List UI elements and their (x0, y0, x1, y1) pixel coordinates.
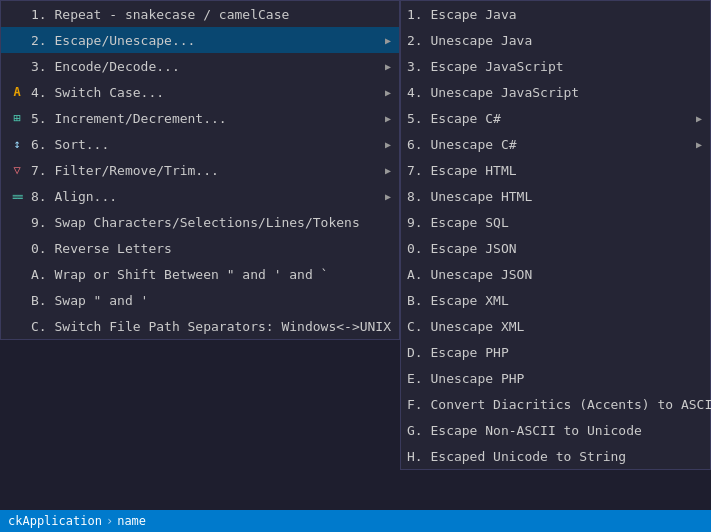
menu-item-swap[interactable]: 9. Swap Characters/Selections/Lines/Toke… (1, 209, 399, 235)
menu-item-unescapejavascript[interactable]: 4. Unescape JavaScript (401, 79, 710, 105)
menu-item-unescapexml[interactable]: C. Unescape XML (401, 313, 710, 339)
switchcase-icon: A (7, 85, 27, 99)
menu-item-unescapehtml[interactable]: 8. Unescape HTML (401, 183, 710, 209)
menu-label-increment: 5. Increment/Decrement... (31, 111, 385, 126)
encode-arrow-icon: ▶ (385, 61, 391, 72)
breadcrumb: ckApplication › name (8, 514, 146, 528)
menu-label-escapejavascript: 3. Escape JavaScript (407, 59, 702, 74)
switchcase-arrow-icon: ▶ (385, 87, 391, 98)
menu-item-unescapejava[interactable]: 2. Unescape Java (401, 27, 710, 53)
unescapecs-arrow-icon: ▶ (696, 139, 702, 150)
sort-arrow-icon: ▶ (385, 139, 391, 150)
menu-label-escape: 2. Escape/Unescape... (31, 33, 385, 48)
increment-icon: ⊞ (7, 111, 27, 125)
menu-label-escapesql: 9. Escape SQL (407, 215, 702, 230)
breadcrumb-field: name (117, 514, 146, 528)
menu-item-convertdiacritics[interactable]: F. Convert Diacritics (Accents) to ASCII (401, 391, 710, 417)
menu-item-switchcase[interactable]: A 4. Switch Case... ▶ (1, 79, 399, 105)
menu-label-unescapehtml: 8. Unescape HTML (407, 189, 702, 204)
menu-label-swapquotes: B. Swap " and ' (31, 293, 391, 308)
menu-item-unescapecs[interactable]: 6. Unescape C# ▶ (401, 131, 710, 157)
menu-item-encode[interactable]: 3. Encode/Decode... ▶ (1, 53, 399, 79)
menu-item-escapehtml[interactable]: 7. Escape HTML (401, 157, 710, 183)
menu-item-escapexml[interactable]: B. Escape XML (401, 287, 710, 313)
screen: 1. Repeat - snakecase / camelCase 2. Esc… (0, 0, 711, 532)
menu-item-wrap[interactable]: A. Wrap or Shift Between " and ' and ` (1, 261, 399, 287)
menu-label-wrap: A. Wrap or Shift Between " and ' and ` (31, 267, 391, 282)
menu-item-escape[interactable]: 2. Escape/Unescape... ▶ (1, 27, 399, 53)
menu-label-escapehtml: 7. Escape HTML (407, 163, 702, 178)
menu-label-unescapejson: A. Unescape JSON (407, 267, 702, 282)
menu-label-reverse: 0. Reverse Letters (31, 241, 391, 256)
menu-label-escapenonascii: G. Escape Non-ASCII to Unicode (407, 423, 702, 438)
menu-label-escapejava: 1. Escape Java (407, 7, 702, 22)
menu-item-escapesql[interactable]: 9. Escape SQL (401, 209, 710, 235)
menu-item-escapejavascript[interactable]: 3. Escape JavaScript (401, 53, 710, 79)
menu-label-filter: 7. Filter/Remove/Trim... (31, 163, 385, 178)
align-icon: ≡≡ (7, 191, 27, 202)
breadcrumb-app: ckApplication (8, 514, 102, 528)
menu-item-sort[interactable]: ↕ 6. Sort... ▶ (1, 131, 399, 157)
menu-item-repeat[interactable]: 1. Repeat - snakecase / camelCase (1, 1, 399, 27)
right-menu: 1. Escape Java 2. Unescape Java 3. Escap… (400, 0, 711, 470)
menu-label-swap: 9. Swap Characters/Selections/Lines/Toke… (31, 215, 391, 230)
escape-arrow-icon: ▶ (385, 35, 391, 46)
menu-label-escapedunicode: H. Escaped Unicode to String (407, 449, 702, 464)
menu-label-unescapexml: C. Unescape XML (407, 319, 702, 334)
menu-label-unescapejava: 2. Unescape Java (407, 33, 702, 48)
menu-label-switchpath: C. Switch File Path Separators: Windows<… (31, 319, 391, 334)
menu-item-escapejava[interactable]: 1. Escape Java (401, 1, 710, 27)
menu-item-escapedunicode[interactable]: H. Escaped Unicode to String (401, 443, 710, 469)
align-arrow-icon: ▶ (385, 191, 391, 202)
filter-icon: ▽ (7, 163, 27, 177)
filter-arrow-icon: ▶ (385, 165, 391, 176)
menu-item-increment[interactable]: ⊞ 5. Increment/Decrement... ▶ (1, 105, 399, 131)
menu-item-swapquotes[interactable]: B. Swap " and ' (1, 287, 399, 313)
menu-label-align: 8. Align... (31, 189, 385, 204)
menu-label-convertdiacritics: F. Convert Diacritics (Accents) to ASCII (407, 397, 711, 412)
breadcrumb-separator: › (106, 514, 113, 528)
menu-item-escapephp[interactable]: D. Escape PHP (401, 339, 710, 365)
menu-item-escapenonascii[interactable]: G. Escape Non-ASCII to Unicode (401, 417, 710, 443)
menu-label-escapecs: 5. Escape C# (407, 111, 696, 126)
menu-label-unescapejavascript: 4. Unescape JavaScript (407, 85, 702, 100)
escapecs-arrow-icon: ▶ (696, 113, 702, 124)
menu-label-escapejson: 0. Escape JSON (407, 241, 702, 256)
menu-item-unescapejson[interactable]: A. Unescape JSON (401, 261, 710, 287)
menu-item-unescapephp[interactable]: E. Unescape PHP (401, 365, 710, 391)
menu-label-repeat: 1. Repeat - snakecase / camelCase (31, 7, 391, 22)
menu-item-switchpath[interactable]: C. Switch File Path Separators: Windows<… (1, 313, 399, 339)
menu-item-align[interactable]: ≡≡ 8. Align... ▶ (1, 183, 399, 209)
menu-item-escapejson[interactable]: 0. Escape JSON (401, 235, 710, 261)
menu-item-escapecs[interactable]: 5. Escape C# ▶ (401, 105, 710, 131)
menu-label-escapephp: D. Escape PHP (407, 345, 702, 360)
left-menu: 1. Repeat - snakecase / camelCase 2. Esc… (0, 0, 400, 340)
status-bar: ckApplication › name (0, 510, 711, 532)
menu-label-switchcase: 4. Switch Case... (31, 85, 385, 100)
sort-icon: ↕ (7, 137, 27, 151)
menu-label-unescapecs: 6. Unescape C# (407, 137, 696, 152)
increment-arrow-icon: ▶ (385, 113, 391, 124)
menu-label-unescapephp: E. Unescape PHP (407, 371, 702, 386)
menu-label-encode: 3. Encode/Decode... (31, 59, 385, 74)
menu-item-filter[interactable]: ▽ 7. Filter/Remove/Trim... ▶ (1, 157, 399, 183)
menu-label-escapexml: B. Escape XML (407, 293, 702, 308)
menu-item-reverse[interactable]: 0. Reverse Letters (1, 235, 399, 261)
menu-label-sort: 6. Sort... (31, 137, 385, 152)
